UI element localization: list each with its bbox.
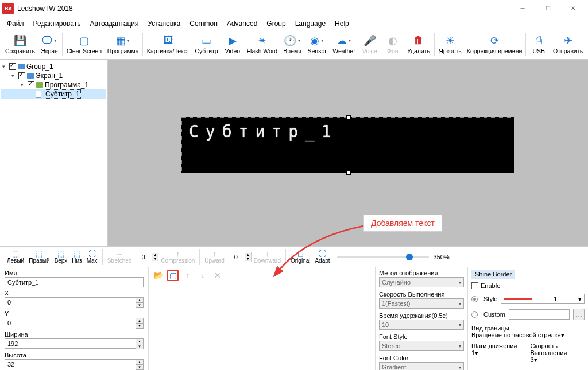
close-button[interactable]: ✕	[560, 0, 586, 17]
weather-button[interactable]: ☁▼Weather	[330, 31, 358, 59]
menu-edit[interactable]: Редактировать	[29, 18, 86, 29]
menu-group[interactable]: Group	[262, 18, 290, 29]
send-button[interactable]: ✈Отправить	[550, 31, 586, 59]
content-list[interactable]	[149, 283, 375, 370]
custom-radio[interactable]	[471, 311, 478, 318]
sensor-icon: ◉▼	[311, 35, 323, 46]
program-button[interactable]: ▦▼Программа	[105, 31, 142, 59]
align-left-button[interactable]: ⬚Левый	[5, 249, 26, 264]
subtitle-icon: ▭	[201, 35, 212, 46]
flash-icon: ✴	[256, 35, 268, 46]
method-select[interactable]: Случайно▾	[379, 277, 464, 287]
led-preview-text: Субтитр_1	[182, 118, 514, 146]
app-icon: Bx	[2, 3, 14, 14]
browse-button[interactable]: …	[573, 309, 585, 320]
menu-autoadapt[interactable]: Автоадаптация	[85, 18, 143, 29]
timecorr-icon: ⟳	[489, 35, 500, 46]
move-up-button[interactable]: ↑	[182, 270, 194, 281]
video-icon: ▶	[227, 35, 238, 46]
fontcolor-select[interactable]: Gradient▾	[379, 362, 464, 370]
remove-button[interactable]: ✕	[212, 270, 223, 281]
zoom-label: 350%	[434, 254, 450, 260]
tree-subtitle[interactable]: Субтитр_1	[1, 89, 106, 99]
menubar: Файл Редактировать Автоадаптация Установ…	[0, 17, 588, 30]
downward-button[interactable]: ↓Downward	[252, 249, 283, 264]
program-icon: ▦▼	[117, 35, 129, 46]
move-down-button[interactable]: ↓	[197, 270, 208, 281]
x-input[interactable]	[5, 297, 136, 307]
fontstyle-select[interactable]: Stereo▾	[379, 341, 464, 351]
maximize-button[interactable]: ☐	[535, 0, 560, 17]
minimize-button[interactable]: ─	[510, 0, 535, 17]
stretch-value[interactable]: ▲▼	[134, 252, 158, 262]
menu-common[interactable]: Common	[185, 18, 222, 29]
delete-button[interactable]: 🗑Удалить	[404, 31, 433, 59]
video-button[interactable]: ▶Video	[221, 31, 244, 59]
led-preview[interactable]: Субтитр_1	[181, 117, 514, 173]
open-file-button[interactable]: 📂	[152, 270, 164, 281]
voice-icon: 🎤	[364, 35, 376, 46]
hold-select[interactable]: 10▾	[379, 320, 464, 330]
weather-icon: ☁▼	[338, 35, 350, 46]
align-bottom-button[interactable]: ⬚Низ	[69, 249, 84, 264]
menu-file[interactable]: Файл	[2, 18, 29, 29]
tree-screen[interactable]: ▾Экран_1	[1, 71, 106, 80]
upward-value[interactable]: ▲▼	[227, 252, 252, 262]
titlebar: Bx LedshowTW 2018 ─ ☐ ✕	[0, 0, 588, 17]
menu-install[interactable]: Установка	[144, 18, 185, 29]
tree-group[interactable]: ▾Group_1	[1, 62, 106, 71]
stretched-button[interactable]: ↔Stretched	[105, 249, 134, 264]
compression-button[interactable]: ↕Compression	[158, 249, 197, 264]
brightness-button[interactable]: ☀Яркость	[436, 31, 465, 59]
usb-icon: ⎙	[533, 35, 544, 46]
speed-select[interactable]: 1(Fastest)▾	[379, 298, 464, 309]
tree-panel: ▾Group_1 ▾Экран_1 ▾Программа_1 Субтитр_1	[0, 60, 108, 246]
brightness-icon: ☀	[444, 35, 456, 46]
main-toolbar: 💾Сохранить 🖵▼Экран ▢Clear Screen ▦▼Прогр…	[0, 30, 588, 60]
display-settings: Метод отображения Случайно▾ Скорость Вып…	[376, 267, 467, 370]
properties-panel: Имя X▲▼ Y▲▼ Ширина▲▼ Высота▲▼	[0, 267, 148, 370]
time-button[interactable]: 🕐▼Время	[280, 31, 304, 59]
upward-button[interactable]: ↑Upward	[202, 249, 226, 264]
background-button[interactable]: ◐Фон	[381, 31, 404, 59]
zoom-slider[interactable]	[337, 256, 429, 258]
send-icon: ✈	[562, 35, 574, 46]
y-input[interactable]	[5, 318, 136, 328]
align-right-button[interactable]: ⬚Правый	[26, 249, 52, 264]
menu-advanced[interactable]: Advanced	[222, 18, 262, 29]
original-button[interactable]: ◻Original	[288, 249, 312, 264]
save-button[interactable]: 💾Сохранить	[2, 31, 38, 59]
align-toolbar: ⬚Левый ⬚Правый ⬚Верх ⬚Низ ⛶Max ↔Stretche…	[0, 247, 588, 267]
height-input[interactable]	[5, 359, 136, 369]
adapt-button[interactable]: ⛶Adapt	[312, 249, 332, 264]
menu-language[interactable]: Language	[291, 18, 330, 29]
image-text-button[interactable]: 🖼Картинка/Текст	[144, 31, 192, 59]
style-select[interactable]: 1▾	[501, 294, 585, 304]
enable-checkbox[interactable]	[471, 282, 478, 289]
canvas-area: Субтитр_1 Добавляем текст	[108, 60, 588, 246]
exec-speed-select[interactable]: 3▾	[531, 356, 585, 364]
menu-help[interactable]: Help	[330, 18, 354, 29]
align-max-button[interactable]: ⛶Max	[84, 249, 100, 264]
border-settings: Shine Border Enable Style 1▾ Custom … Ви…	[467, 267, 588, 370]
clear-screen-button[interactable]: ▢Clear Screen	[64, 31, 105, 59]
screen-icon: 🖵▼	[44, 35, 55, 46]
border-kind-select[interactable]: Вращение по часовой стрелке▾	[471, 332, 585, 339]
subtitle-button[interactable]: ▭Субтитр	[192, 31, 221, 59]
screen-button[interactable]: 🖵▼Экран	[38, 31, 61, 59]
add-text-button[interactable]: ▢	[167, 270, 179, 281]
time-correction-button[interactable]: ⟳Коррекция времени	[465, 31, 524, 59]
usb-button[interactable]: ⎙USB	[527, 31, 550, 59]
voice-button[interactable]: 🎤Voice	[358, 31, 381, 59]
flash-word-button[interactable]: ✴Flash Word	[244, 31, 280, 59]
shine-border-tab[interactable]: Shine Border	[471, 270, 515, 279]
delete-icon: 🗑	[413, 35, 424, 46]
name-input[interactable]	[5, 277, 144, 287]
tree-program[interactable]: ▾Программа_1	[1, 80, 106, 89]
custom-input[interactable]	[509, 309, 570, 320]
align-top-button[interactable]: ⬚Верх	[52, 249, 70, 264]
style-radio[interactable]	[471, 296, 478, 302]
width-input[interactable]	[5, 338, 136, 349]
sensor-button[interactable]: ◉▼Sensor	[304, 31, 330, 59]
steps-select[interactable]: 1▾	[471, 349, 526, 357]
